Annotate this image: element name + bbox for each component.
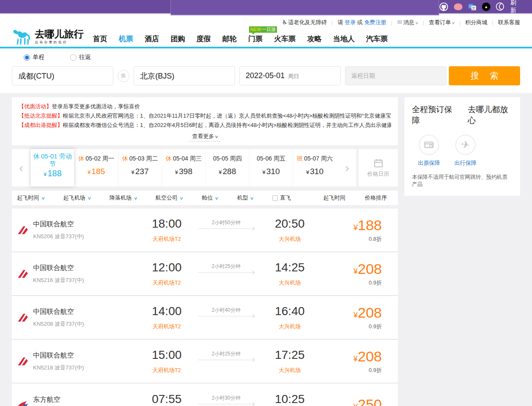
depart-airport: 天府机场T2 xyxy=(139,367,194,374)
nav-item-vacation[interactable]: 度假 xyxy=(196,34,211,45)
day-cell[interactable]: 休05-04 周三 ¥398 xyxy=(162,149,205,186)
brand-text: 去哪儿旅行 总有你要的低价 xyxy=(35,29,84,45)
qunar-logo[interactable]: 去哪儿旅行 总有你要的低价 xyxy=(12,28,84,45)
translate-icon[interactable]: G文 xyxy=(468,2,477,11)
login-link[interactable]: 登录 xyxy=(344,19,356,25)
holiday-flag: 休 xyxy=(34,152,40,160)
from-city-input[interactable]: 成都(CTU) xyxy=(12,66,113,85)
guarantee-card: 全程预订保障 去哪儿都放心 出票保障 ✈ 出行保障 本保障不适用于航司官网跳转、… xyxy=(404,97,520,196)
brand-title: 去哪儿旅行 xyxy=(35,29,84,39)
duration-arrow xyxy=(198,404,254,404)
one-way-radio[interactable]: 单程 xyxy=(24,54,45,61)
nav-item-flights[interactable]: 机票 xyxy=(119,34,133,45)
arrive-time: 17:25 xyxy=(258,348,322,362)
search-button[interactable]: 搜 索 xyxy=(449,66,520,85)
work-flag: 班 xyxy=(297,155,303,162)
messages-menu[interactable]: ✉消息∨ xyxy=(397,19,418,26)
discount: 0.9折 xyxy=(342,323,382,330)
swap-cities-button[interactable]: 换 xyxy=(118,70,129,82)
orders-menu[interactable]: 查看订单∨ xyxy=(429,19,455,26)
nav-item-train[interactable]: 火车票 xyxy=(274,34,296,45)
checkbox-icon xyxy=(272,195,278,201)
filter-depart-time[interactable]: 起飞时间 ∨ xyxy=(17,194,45,202)
sort-by-time[interactable]: 起飞时间 xyxy=(323,194,345,202)
chevron-down-icon: ∨ xyxy=(215,196,219,200)
customer-service-link[interactable]: 联系客服 xyxy=(498,19,520,26)
day-cell[interactable]: 班05-07 周六 ¥310 xyxy=(293,149,336,186)
day-cell-selected[interactable]: 休05-01 劳动节 ¥188 xyxy=(31,149,74,186)
utility-nav: ♿适老化及无障碍 | 请 登录 或 免费注册 | ✉消息∨ | 查看订单∨ | … xyxy=(282,19,520,26)
flight-row[interactable]: 中国联合航空 KN5218 波音737(中) 15:00天府机场T2 2小时25… xyxy=(12,340,398,383)
radio-selected-icon xyxy=(24,54,30,61)
nav-item-deals[interactable]: 团购 xyxy=(171,34,185,45)
nav-item-locals[interactable]: 当地人 xyxy=(333,34,355,45)
notice-promo[interactable]: 【优惠活动】登录后享受更多优惠活动，享惊喜价 xyxy=(19,102,391,111)
carousel-next-button[interactable]: › xyxy=(338,149,356,186)
duration-label: 2小时40分钟 xyxy=(212,307,241,314)
filter-cabin[interactable]: 舱位 ∨ xyxy=(202,194,218,202)
filter-airline[interactable]: 航空公司 ∨ xyxy=(156,194,183,202)
airline-name: 中国联合航空 xyxy=(33,264,84,273)
notice-beijing-arrival[interactable]: 【抵达北京提醒】根据北京市人民政府官网消息：1、自2021年11月17日零时起，… xyxy=(19,111,391,121)
china-eastern-airlines-logo xyxy=(17,400,29,406)
globe-refresh-icon[interactable] xyxy=(496,2,504,11)
price: ¥208 xyxy=(342,261,382,277)
flight-row[interactable]: 中国联合航空 KN5206 波音737(中) 18:00天府机场T2 2小时50… xyxy=(12,209,398,252)
flight-row[interactable]: 中国联合航空 KN5208 波音737(中) 14:00天府机场T2 2小时40… xyxy=(12,296,398,340)
divider: | xyxy=(421,20,425,26)
search-fields: 成都(CTU) 换 北京(BJS) 2022-05-01 周日 返程日期 搜 索 xyxy=(12,66,520,85)
refresh-button[interactable]: 刷新 xyxy=(510,0,522,14)
return-date-input[interactable]: 返程日期 xyxy=(345,66,446,85)
points-mall-link[interactable]: 积分商城 xyxy=(465,19,487,26)
travel-guarantee-item[interactable]: ✈ 出行保障 xyxy=(454,135,476,167)
travel-guarantee-label[interactable]: 出行保障 xyxy=(454,159,476,167)
flight-row[interactable]: 中国联合航空 KN5216 波音737(中) 12:00天府机场T2 2小时25… xyxy=(12,252,398,296)
register-link[interactable]: 免费注册 xyxy=(364,19,386,25)
pink-avatar-icon[interactable] xyxy=(454,2,462,11)
camel-icon xyxy=(12,28,31,45)
filter-aircraft[interactable]: 机型 ∨ xyxy=(237,194,254,202)
browser-tab[interactable] xyxy=(171,0,439,16)
round-trip-radio[interactable]: 往返 xyxy=(70,54,91,61)
ticket-guarantee-label[interactable]: 出票保障 xyxy=(418,159,440,167)
price-calendar-button[interactable]: 价格日历 xyxy=(358,149,398,186)
nav-item-bus[interactable]: 汽车票 xyxy=(366,34,388,45)
new-day-tour-badge: NEW一日游 xyxy=(249,26,277,33)
to-city-input[interactable]: 北京(BJS) xyxy=(134,66,235,85)
arrive-time: 10:25 xyxy=(258,392,322,406)
duration-arrow xyxy=(198,316,254,316)
flight-list: 中国联合航空 KN5206 波音737(中) 18:00天府机场T2 2小时50… xyxy=(12,209,398,406)
notice-chengdu-departure[interactable]: 【成都出港提醒】根据成都发布微信公众号消息：1、自2022年4月5日6时起，离蓉… xyxy=(19,121,391,130)
day-cell[interactable]: 休05-02 周一 ¥185 xyxy=(74,149,118,186)
depart-time: 12:00 xyxy=(139,261,194,274)
view-more-button[interactable]: 查看更多∨ xyxy=(190,133,221,141)
china-united-airlines-logo xyxy=(17,312,29,324)
browser-bar-left xyxy=(0,0,171,14)
day-cell[interactable]: 休05-03 周二 ¥237 xyxy=(118,149,162,186)
duration-arrow xyxy=(198,228,254,229)
nav-item-home[interactable]: 首页 xyxy=(93,34,107,45)
day-cell[interactable]: 05-06 周五 ¥310 xyxy=(249,149,293,186)
nav-item-cruise[interactable]: 邮轮 xyxy=(222,34,237,45)
filter-depart-airport[interactable]: 起飞机场 ∨ xyxy=(63,194,91,202)
carousel-card: ‹ 休05-01 劳动节 ¥188 休05-02 周一 ¥185 休05-03 … xyxy=(12,149,356,186)
flight-row[interactable]: 东方航空 MU6646 空客320(中) 07:55天府机场T2 2小时30分钟… xyxy=(12,383,398,406)
vercel-triangle-icon[interactable]: ▲ xyxy=(482,3,490,11)
depart-date-input[interactable]: 2022-05-01 周日 xyxy=(239,66,341,85)
nav-item-guides[interactable]: 攻略 xyxy=(307,34,322,45)
carousel-prev-button[interactable]: ‹ xyxy=(12,149,31,186)
filter-arrive-airport[interactable]: 降落机场 ∨ xyxy=(109,194,137,202)
main-nav: 首页 机票 酒店 团购 度假 邮轮 NEW一日游 门票 火车票 攻略 当地人 汽… xyxy=(93,34,388,45)
github-icon[interactable] xyxy=(439,2,448,11)
sort-by-price[interactable]: 价格排序 xyxy=(365,194,387,202)
nav-item-hotels[interactable]: 酒店 xyxy=(145,34,159,45)
holiday-flag: 休 xyxy=(78,155,84,162)
ticket-guarantee-item[interactable]: 出票保障 xyxy=(418,135,440,167)
day-cell[interactable]: 05-05 周四 ¥288 xyxy=(205,149,249,186)
price: ¥208 xyxy=(342,304,382,321)
depart-time: 07:55 xyxy=(139,392,194,406)
nav-item-tickets[interactable]: NEW一日游 门票 xyxy=(248,34,263,45)
accessibility-link[interactable]: ♿适老化及无障碍 xyxy=(282,19,327,26)
price: ¥188 xyxy=(342,217,382,234)
direct-flight-checkbox[interactable]: 直飞 xyxy=(272,194,291,202)
